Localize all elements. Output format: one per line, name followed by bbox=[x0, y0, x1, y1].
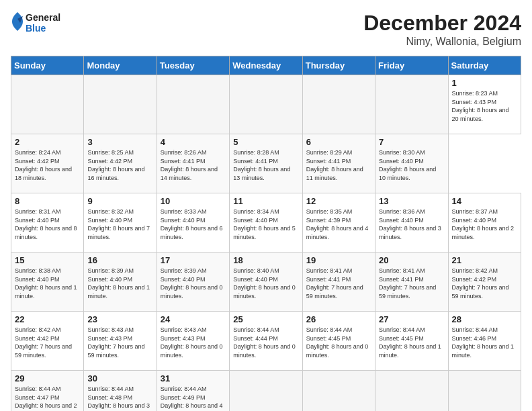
day-cell-3: 3Sunrise: 8:25 AMSunset: 4:42 PMDaylight… bbox=[84, 134, 157, 193]
day-cell-5: 5Sunrise: 8:28 AMSunset: 4:41 PMDaylight… bbox=[230, 134, 302, 193]
calendar-subtitle: Nimy, Wallonia, Belgium bbox=[363, 36, 521, 48]
day-cell-24: 24Sunrise: 8:43 AMSunset: 4:43 PMDayligh… bbox=[157, 312, 229, 371]
day-cell-15: 15Sunrise: 8:38 AMSunset: 4:40 PMDayligh… bbox=[11, 253, 84, 312]
day-cell-30: 30Sunrise: 8:44 AMSunset: 4:48 PMDayligh… bbox=[84, 371, 157, 412]
day-cell-18: 18Sunrise: 8:40 AMSunset: 4:40 PMDayligh… bbox=[230, 253, 302, 312]
day-cell-6: 6Sunrise: 8:29 AMSunset: 4:41 PMDaylight… bbox=[302, 134, 375, 193]
day-cell-1: 1Sunrise: 8:23 AMSunset: 4:43 PMDaylight… bbox=[448, 75, 521, 134]
day-cell-12: 12Sunrise: 8:35 AMSunset: 4:39 PMDayligh… bbox=[302, 193, 375, 253]
calendar-title: December 2024 bbox=[363, 11, 521, 36]
days-header-row: SundayMondayTuesdayWednesdayThursdayFrid… bbox=[11, 56, 521, 75]
calendar-week-5: 22Sunrise: 8:42 AMSunset: 4:42 PMDayligh… bbox=[11, 312, 521, 371]
day-cell-22: 22Sunrise: 8:42 AMSunset: 4:42 PMDayligh… bbox=[11, 312, 84, 371]
day-cell-20: 20Sunrise: 8:41 AMSunset: 4:41 PMDayligh… bbox=[375, 253, 448, 312]
day-cell-25: 25Sunrise: 8:44 AMSunset: 4:44 PMDayligh… bbox=[230, 312, 302, 371]
day-cell-9: 9Sunrise: 8:32 AMSunset: 4:40 PMDaylight… bbox=[84, 193, 157, 253]
header-monday: Monday bbox=[84, 56, 157, 75]
calendar-week-3: 8Sunrise: 8:31 AMSunset: 4:40 PMDaylight… bbox=[11, 193, 521, 253]
logo-text-general: General bbox=[26, 12, 60, 23]
day-cell-29: 29Sunrise: 8:44 AMSunset: 4:47 PMDayligh… bbox=[11, 371, 84, 412]
day-cell-31: 31Sunrise: 8:44 AMSunset: 4:49 PMDayligh… bbox=[157, 371, 229, 412]
day-cell-27: 27Sunrise: 8:44 AMSunset: 4:45 PMDayligh… bbox=[375, 312, 448, 371]
empty-cell bbox=[448, 371, 521, 412]
day-cell-13: 13Sunrise: 8:36 AMSunset: 4:40 PMDayligh… bbox=[375, 193, 448, 253]
day-cell-17: 17Sunrise: 8:39 AMSunset: 4:40 PMDayligh… bbox=[157, 253, 229, 312]
title-block: December 2024 Nimy, Wallonia, Belgium bbox=[363, 11, 521, 48]
logo-text-blue: Blue bbox=[26, 23, 60, 34]
page-header: General Blue December 2024 Nimy, Walloni… bbox=[11, 11, 521, 48]
day-cell-4: 4Sunrise: 8:26 AMSunset: 4:41 PMDaylight… bbox=[157, 134, 229, 193]
calendar-week-2: 2Sunrise: 8:24 AMSunset: 4:42 PMDaylight… bbox=[11, 134, 521, 193]
day-cell-2: 2Sunrise: 8:24 AMSunset: 4:42 PMDaylight… bbox=[11, 134, 84, 193]
empty-cell bbox=[11, 75, 84, 134]
calendar-week-4: 15Sunrise: 8:38 AMSunset: 4:40 PMDayligh… bbox=[11, 253, 521, 312]
day-cell-7: 7Sunrise: 8:30 AMSunset: 4:40 PMDaylight… bbox=[375, 134, 448, 193]
day-cell-16: 16Sunrise: 8:39 AMSunset: 4:40 PMDayligh… bbox=[84, 253, 157, 312]
calendar-table: SundayMondayTuesdayWednesdayThursdayFrid… bbox=[11, 56, 521, 411]
header-wednesday: Wednesday bbox=[230, 56, 302, 75]
empty-cell bbox=[302, 75, 375, 134]
empty-cell bbox=[157, 75, 229, 134]
empty-cell bbox=[375, 75, 448, 134]
day-cell-21: 21Sunrise: 8:42 AMSunset: 4:42 PMDayligh… bbox=[448, 253, 521, 312]
logo-container: General Blue bbox=[11, 11, 60, 35]
header-thursday: Thursday bbox=[302, 56, 375, 75]
logo-bird-icon bbox=[11, 11, 24, 35]
day-cell-26: 26Sunrise: 8:44 AMSunset: 4:45 PMDayligh… bbox=[302, 312, 375, 371]
day-cell-14: 14Sunrise: 8:37 AMSunset: 4:40 PMDayligh… bbox=[448, 193, 521, 253]
header-friday: Friday bbox=[375, 56, 448, 75]
logo: General Blue bbox=[11, 11, 60, 35]
header-tuesday: Tuesday bbox=[157, 56, 229, 75]
day-cell-8: 8Sunrise: 8:31 AMSunset: 4:40 PMDaylight… bbox=[11, 193, 84, 253]
day-cell-28: 28Sunrise: 8:44 AMSunset: 4:46 PMDayligh… bbox=[448, 312, 521, 371]
day-cell-23: 23Sunrise: 8:43 AMSunset: 4:43 PMDayligh… bbox=[84, 312, 157, 371]
calendar-week-6: 29Sunrise: 8:44 AMSunset: 4:47 PMDayligh… bbox=[11, 371, 521, 412]
calendar-week-1: 1Sunrise: 8:23 AMSunset: 4:43 PMDaylight… bbox=[11, 75, 521, 134]
empty-cell bbox=[375, 371, 448, 412]
empty-cell bbox=[302, 371, 375, 412]
header-saturday: Saturday bbox=[448, 56, 521, 75]
empty-cell bbox=[230, 75, 302, 134]
empty-cell bbox=[230, 371, 302, 412]
empty-cell bbox=[84, 75, 157, 134]
day-cell-19: 19Sunrise: 8:41 AMSunset: 4:41 PMDayligh… bbox=[302, 253, 375, 312]
day-cell-11: 11Sunrise: 8:34 AMSunset: 4:40 PMDayligh… bbox=[230, 193, 302, 253]
day-cell-10: 10Sunrise: 8:33 AMSunset: 4:40 PMDayligh… bbox=[157, 193, 229, 253]
header-sunday: Sunday bbox=[11, 56, 84, 75]
